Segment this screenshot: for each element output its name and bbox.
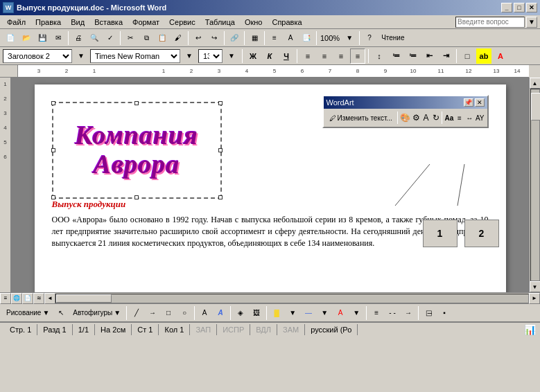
format-painter-button[interactable]: 🖌 — [171, 30, 186, 46]
outline-view-button[interactable]: ≋ — [33, 293, 44, 304]
underline-button[interactable]: Ч — [279, 48, 294, 64]
arrow-tool[interactable]: → — [145, 305, 160, 321]
handle-ml[interactable] — [51, 148, 55, 152]
font-select[interactable]: Times New Roman — [90, 49, 180, 63]
font-color-btn2[interactable]: A — [333, 305, 348, 321]
oval-tool[interactable]: ○ — [177, 305, 192, 321]
hscroll-track[interactable] — [55, 294, 529, 303]
new-button[interactable]: 📄 — [3, 30, 18, 46]
email-button[interactable]: ✉ — [51, 30, 66, 46]
font-color-dropdown-btn[interactable]: ▼ — [349, 305, 364, 321]
redo-button[interactable]: ↪ — [207, 30, 222, 46]
fill-dropdown-btn[interactable]: ▼ — [285, 305, 300, 321]
paste-button[interactable]: 📋 — [155, 30, 170, 46]
numbering-button[interactable]: ≔ — [388, 48, 403, 64]
align-right-button[interactable]: ≡ — [333, 48, 349, 64]
wordart-same-height-button[interactable]: Аа — [444, 110, 454, 125]
preview-button[interactable]: 🔍 — [87, 30, 102, 46]
menu-table[interactable]: Таблица — [201, 17, 239, 28]
drawing-button[interactable]: A — [283, 30, 298, 46]
menu-format[interactable]: Формат — [128, 17, 164, 28]
scroll-down-button[interactable]: ▼ — [530, 281, 541, 292]
align-left-button[interactable]: ≡ — [300, 48, 315, 64]
scroll-up-button[interactable]: ▲ — [530, 78, 541, 89]
wordart-tool[interactable]: A — [213, 305, 228, 321]
clipart-tool[interactable]: 🖼 — [249, 305, 264, 321]
print-view-button[interactable]: 📄 — [22, 293, 33, 304]
wordart-edit-text-button[interactable]: 🖊 Изменить текст... — [326, 110, 396, 125]
size-select[interactable]: 13 — [198, 49, 223, 63]
wordart-align-button[interactable]: AY — [475, 110, 485, 125]
font-dropdown-btn[interactable]: ▼ — [182, 48, 197, 64]
textbox-tool[interactable]: A — [197, 305, 212, 321]
line-dropdown-btn[interactable]: ▼ — [317, 305, 332, 321]
handle-bl[interactable] — [51, 195, 55, 199]
table-button[interactable]: ▦ — [247, 30, 262, 46]
bold-button[interactable]: Ж — [245, 48, 261, 64]
menu-file[interactable]: Файл — [3, 17, 30, 28]
scroll-right-button[interactable]: ► — [529, 293, 540, 304]
zoom-dropdown[interactable]: ▼ — [342, 30, 357, 46]
line-tool[interactable]: ╱ — [129, 305, 144, 321]
handle-mr[interactable] — [218, 148, 223, 152]
highlight-button[interactable]: ab — [476, 48, 491, 64]
cut-button[interactable]: ✂ — [123, 30, 138, 46]
wordart-rotate-button[interactable]: ↻ — [431, 110, 440, 125]
align-justify-button[interactable]: ≡ — [350, 48, 365, 64]
columns-button[interactable]: ≡ — [267, 30, 282, 46]
shadow-btn[interactable]: □̶ — [421, 305, 436, 321]
save-button[interactable]: 💾 — [35, 30, 50, 46]
line-spacing-button[interactable]: ↕ — [372, 48, 387, 64]
wordart-spacing-button[interactable]: ↔ — [465, 110, 474, 125]
search-input[interactable] — [455, 17, 525, 28]
search-dropdown-button[interactable]: ▼ — [526, 17, 537, 28]
menu-service[interactable]: Сервис — [165, 17, 200, 28]
menu-insert[interactable]: Вставка — [90, 17, 127, 28]
menu-help[interactable]: Справка — [268, 17, 306, 28]
font-color-button[interactable]: A — [493, 48, 508, 64]
help-button[interactable]: ? — [362, 30, 377, 46]
read-button[interactable]: Чтение — [378, 30, 408, 46]
web-view-button[interactable]: 🌐 — [11, 293, 22, 304]
scroll-track[interactable] — [530, 89, 540, 281]
size-dropdown-btn[interactable]: ▼ — [224, 48, 239, 64]
maximize-button[interactable]: □ — [514, 3, 525, 12]
copy-button[interactable]: ⧉ — [139, 30, 154, 46]
arrow-style-btn[interactable]: → — [401, 305, 416, 321]
line-style-btn[interactable]: ≡ — [369, 305, 384, 321]
autoshapes-btn[interactable]: Автофигуры ▼ — [69, 305, 124, 321]
line-color-btn[interactable]: — — [301, 305, 316, 321]
increase-indent-button[interactable]: ⇥ — [438, 48, 453, 64]
print-button[interactable]: 🖨 — [71, 30, 86, 46]
wordart-shape-button[interactable]: A — [421, 110, 430, 125]
outside-border-button[interactable]: □ — [460, 48, 475, 64]
handle-br[interactable] — [218, 195, 223, 199]
rect-tool[interactable]: □ — [161, 305, 176, 321]
spelling-button[interactable]: ✓ — [103, 30, 118, 46]
normal-view-button[interactable]: ≡ — [0, 293, 11, 304]
docmap-button[interactable]: 📑 — [299, 30, 314, 46]
handle-tr[interactable] — [218, 101, 223, 105]
menu-view[interactable]: Вид — [67, 17, 89, 28]
hscroll-thumb[interactable] — [56, 294, 112, 303]
open-button[interactable]: 📂 — [19, 30, 34, 46]
bullets-button[interactable]: ≔ — [405, 48, 420, 64]
minimize-button[interactable]: _ — [501, 3, 512, 12]
close-button[interactable]: ✕ — [526, 3, 537, 12]
scroll-thumb[interactable] — [531, 93, 541, 121]
wordart-object[interactable]: Компания Аврора — [52, 102, 222, 199]
cursor-button[interactable]: ↖ — [53, 305, 69, 321]
menu-window[interactable]: Окно — [241, 17, 267, 28]
undo-button[interactable]: ↩ — [191, 30, 206, 46]
align-center-button[interactable]: ≡ — [317, 48, 332, 64]
drawing-menu-btn[interactable]: Рисование ▼ — [3, 305, 53, 321]
handle-bm[interactable] — [134, 195, 139, 199]
wordart-format-button[interactable]: ⚙ — [412, 110, 421, 125]
hyperlink-button[interactable]: 🔗 — [227, 30, 242, 46]
dash-style-btn[interactable]: - - — [385, 305, 400, 321]
wordart-panel-pin[interactable]: 📌 — [464, 98, 473, 107]
3d-btn[interactable]: ▪ — [437, 305, 452, 321]
wordart-panel-close-button[interactable]: ✕ — [475, 98, 485, 107]
wordart-gallery-button[interactable]: 🎨 — [399, 110, 411, 125]
style-dropdown-btn[interactable]: ▼ — [73, 48, 89, 64]
